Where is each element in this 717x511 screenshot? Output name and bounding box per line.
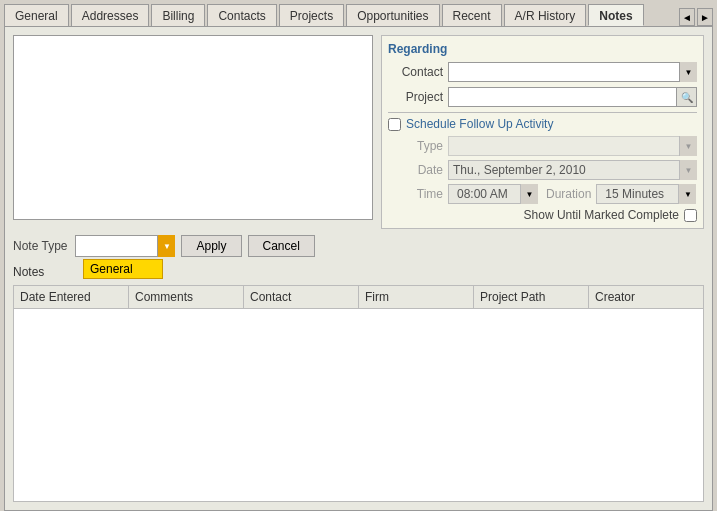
tab-navigation: ◄ ► [679,8,713,26]
regarding-panel: Regarding Contact ▼ Project 🔍 [381,35,704,229]
schedule-label: Schedule Follow Up Activity [406,117,553,131]
date-input[interactable] [448,160,697,180]
tab-ar-history[interactable]: A/R History [504,4,587,26]
schedule-checkbox[interactable] [388,118,401,131]
tab-notes[interactable]: Notes [588,4,643,26]
date-label: Date [388,163,443,177]
col-creator: Creator [589,286,703,308]
note-textarea[interactable] [13,35,373,220]
project-label: Project [388,90,443,104]
type-select-wrapper: ▼ [448,136,697,156]
type-label: Type [388,139,443,153]
col-comments: Comments [129,286,244,308]
tab-recent[interactable]: Recent [442,4,502,26]
col-date-entered: Date Entered [14,286,129,308]
col-firm: Firm [359,286,474,308]
duration-select[interactable]: 15 Minutes [596,184,696,204]
duration-select-wrapper: 15 Minutes ▼ [596,184,696,204]
tab-general[interactable]: General [4,4,69,26]
show-until-checkbox[interactable] [684,209,697,222]
note-type-select-wrapper: General ▼ [75,235,175,257]
regarding-title: Regarding [388,42,697,56]
project-search-button[interactable]: 🔍 [677,87,697,107]
tab-addresses[interactable]: Addresses [71,4,150,26]
contact-select-wrapper: ▼ [448,62,697,82]
date-input-wrapper: ▼ [448,160,697,180]
time-select-wrapper: 08:00 AM ▼ [448,184,538,204]
notes-table: Date Entered Comments Contact Firm Proje… [13,285,704,502]
duration-label: Duration [546,187,591,201]
tab-bar: General Addresses Billing Contacts Proje… [0,0,717,26]
tab-projects[interactable]: Projects [279,4,344,26]
tab-contacts[interactable]: Contacts [207,4,276,26]
date-row: Date ▼ [388,160,697,180]
project-row: Project 🔍 [388,87,697,107]
tab-nav-next[interactable]: ► [697,8,713,26]
time-select[interactable]: 08:00 AM [448,184,538,204]
project-input[interactable] [448,87,677,107]
show-until-label: Show Until Marked Complete [524,208,679,222]
contact-label: Contact [388,65,443,79]
note-type-label: Note Type [13,239,67,253]
note-type-row: Note Type General ▼ Apply Cancel General [13,235,704,257]
notes-table-body [14,309,703,459]
notes-table-header: Date Entered Comments Contact Firm Proje… [14,286,703,309]
tab-billing[interactable]: Billing [151,4,205,26]
tab-nav-prev[interactable]: ◄ [679,8,695,26]
type-row: Type ▼ [388,136,697,156]
divider [388,112,697,113]
tab-opportunities[interactable]: Opportunities [346,4,439,26]
show-until-row: Show Until Marked Complete [388,208,697,222]
dropdown-suggestion[interactable]: General [83,259,163,279]
schedule-row: Schedule Follow Up Activity [388,117,697,131]
type-select[interactable] [448,136,697,156]
apply-button[interactable]: Apply [181,235,241,257]
contact-select[interactable] [448,62,697,82]
upper-section: Regarding Contact ▼ Project 🔍 [13,35,704,229]
contact-row: Contact ▼ [388,62,697,82]
time-duration-row: Time 08:00 AM ▼ Duration 15 Minutes ▼ [388,184,697,204]
time-label: Time [388,187,443,201]
cancel-button[interactable]: Cancel [248,235,315,257]
col-project-path: Project Path [474,286,589,308]
main-content: Regarding Contact ▼ Project 🔍 [4,26,713,511]
note-type-select[interactable]: General [75,235,175,257]
col-contact: Contact [244,286,359,308]
